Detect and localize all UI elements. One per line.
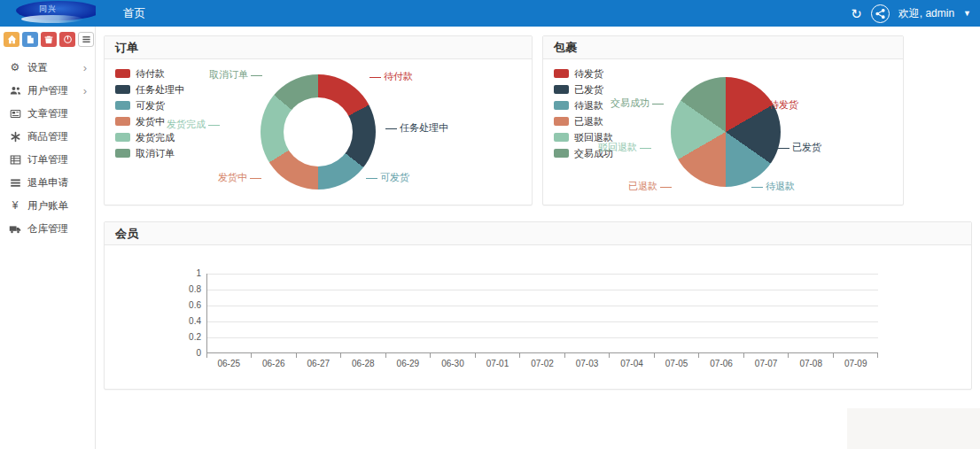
legend-swatch (554, 101, 569, 110)
legend-label: 可发货 (136, 99, 165, 112)
leader-line (778, 148, 789, 149)
sidebar: ⚙ 设置 › 用户管理 › 文章管理 商品管理 (0, 27, 96, 449)
members-panel: 会员 1 0.8 0.6 0.4 0.2 0 06-25 06-26 (104, 221, 972, 390)
legend-swatch (115, 149, 130, 158)
legend-item[interactable]: 待付款 (115, 66, 184, 81)
y-tick-label: 0 (176, 348, 201, 358)
sidebar-item-refund-requests[interactable]: 退单申请 (0, 171, 95, 194)
legend-item[interactable]: 已退款 (554, 114, 613, 128)
legend-item[interactable]: 任务处理中 (115, 82, 184, 97)
sidebar-item-user-bills[interactable]: ¥ 用户账单 (0, 194, 95, 217)
legend-item[interactable]: 取消订单 (115, 146, 184, 160)
packages-chart-area: 待发货 已发货 待退款 已退款 驳回退款 交易成功 交易成功 待发货 已发货 待… (543, 59, 903, 205)
members-chart-area: 1 0.8 0.6 0.4 0.2 0 06-25 06-26 06-27 (105, 245, 971, 389)
list-toggle-button[interactable] (78, 32, 94, 47)
leader-line (208, 125, 220, 126)
leader-line (751, 187, 763, 188)
leader-line (652, 104, 664, 105)
members-panel-title: 会员 (105, 222, 971, 245)
orders-legend: 待付款 任务处理中 可发货 发货中 发货完成 取消订单 (115, 66, 184, 162)
sidebar-item-warehouse[interactable]: 仓库管理 (0, 217, 95, 240)
x-tick-label: 06-25 (206, 359, 252, 368)
legend-item[interactable]: 待发货 (554, 66, 613, 81)
legend-swatch (554, 133, 569, 142)
sidebar-item-label: 设置 (27, 61, 48, 74)
slice-label: 取消订单 (209, 68, 265, 81)
slice-label: 可发货 (363, 171, 409, 184)
caret-down-icon[interactable]: ▼ (963, 9, 971, 18)
packages-pie-chart[interactable] (671, 77, 781, 187)
legend-swatch (115, 85, 130, 94)
dashboard-page: 同兴 首页 ↻ 欢迎, admin ▼ (0, 0, 980, 449)
welcome-admin[interactable]: 欢迎, admin (898, 6, 954, 21)
sidebar-item-orders[interactable]: 订单管理 (0, 148, 95, 171)
sidebar-item-label: 退单申请 (27, 176, 68, 190)
gridline (207, 337, 878, 338)
legend-swatch (115, 117, 130, 126)
gridline (207, 306, 878, 306)
nav-item-home[interactable]: 首页 (111, 0, 158, 27)
sidebar-item-label: 商品管理 (27, 130, 68, 143)
y-tick-label: 0.6 (176, 300, 201, 310)
legend-swatch (554, 117, 569, 126)
leader-line (385, 128, 397, 129)
leader-line (250, 178, 261, 179)
slice-label: 待退款 (749, 180, 795, 193)
sidebar-item-label: 文章管理 (27, 107, 68, 120)
home-icon (7, 35, 17, 44)
legend-label: 发货完成 (136, 131, 175, 144)
leader-line (366, 178, 377, 179)
y-tick-label: 0.8 (176, 284, 201, 294)
y-tick-label: 0.4 (176, 316, 201, 326)
asterisk-icon (8, 131, 22, 143)
file-button[interactable] (22, 32, 38, 47)
packages-panel-title: 包裹 (543, 36, 903, 59)
chevron-right-icon: › (83, 84, 87, 97)
orders-panel-title: 订单 (105, 36, 532, 59)
home-button[interactable] (4, 32, 19, 47)
x-tick-label: 07-05 (654, 359, 699, 368)
x-tick-label: 07-02 (520, 359, 565, 368)
bars-icon (8, 177, 22, 189)
leader-line (369, 77, 381, 78)
sidebar-item-label: 用户管理 (27, 84, 68, 97)
slice-label: 驳回退款 (598, 141, 654, 154)
slice-label: 交易成功 (611, 97, 666, 110)
legend-label: 待发货 (574, 67, 603, 81)
gridline (207, 274, 878, 275)
list-icon (82, 35, 91, 44)
trash-button[interactable] (41, 32, 57, 47)
legend-swatch (115, 101, 130, 110)
refresh-icon[interactable]: ↻ (851, 7, 862, 20)
sidebar-item-users[interactable]: 用户管理 › (0, 79, 95, 102)
file-icon (26, 35, 35, 44)
sidebar-item-products[interactable]: 商品管理 (0, 125, 95, 148)
slice-label: 任务处理中 (383, 121, 448, 135)
slice-label: 已退款 (628, 180, 674, 193)
legend-label: 任务处理中 (136, 83, 184, 97)
gears-icon: ⚙ (8, 61, 22, 74)
legend-item[interactable]: 可发货 (115, 98, 184, 112)
legend-label: 取消订单 (136, 147, 175, 160)
legend-label: 已发货 (574, 83, 603, 97)
users-icon (8, 85, 22, 97)
legend-label: 待付款 (136, 67, 165, 81)
gridline (207, 290, 878, 290)
power-button[interactable] (59, 32, 75, 47)
orders-panel: 订单 待付款 任务处理中 可发货 发货中 发货完成 取消订单 取消订单 待付款 … (104, 35, 533, 205)
gridline (207, 321, 878, 322)
legend-item[interactable]: 已发货 (554, 82, 613, 97)
legend-item[interactable]: 待退款 (554, 98, 613, 112)
legend-swatch (554, 149, 569, 158)
sidebar-item-articles[interactable]: 文章管理 (0, 102, 95, 125)
watermark (847, 408, 980, 449)
x-axis-ticks (206, 353, 878, 358)
x-tick-label: 06-28 (341, 359, 386, 368)
legend-item[interactable]: 发货完成 (115, 130, 184, 144)
share-network-icon (875, 8, 886, 19)
avatar[interactable] (871, 4, 890, 23)
brand-logo[interactable]: 同兴 (0, 0, 96, 27)
x-axis-labels: 06-25 06-26 06-27 06-28 06-29 06-30 07-0… (206, 359, 878, 368)
sidebar-item-settings[interactable]: ⚙ 设置 › (0, 56, 95, 79)
orders-donut-chart[interactable] (261, 74, 376, 190)
